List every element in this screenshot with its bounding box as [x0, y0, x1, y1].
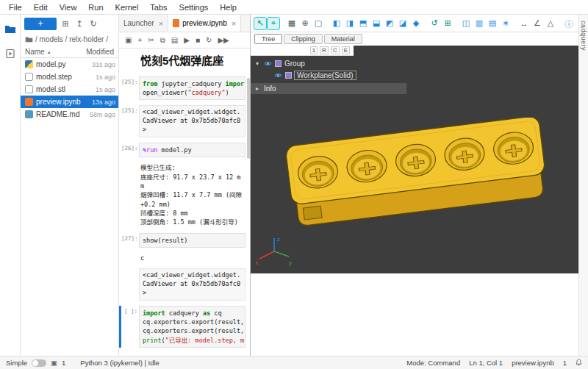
reset-view-icon[interactable]: ↺: [429, 18, 440, 29]
view-left-icon[interactable]: ◩: [384, 18, 395, 29]
grid-icon[interactable]: ▦: [286, 18, 298, 29]
close-tab-icon[interactable]: ×: [232, 19, 236, 28]
view-front-icon[interactable]: ◧: [331, 18, 343, 29]
axes0-icon[interactable]: ▢: [312, 18, 324, 29]
cadquery-sidebar-tab[interactable]: cadquery: [580, 21, 587, 51]
kernel-status[interactable]: Python 3 (ipykernel) | Idle: [80, 359, 159, 367]
code-input[interactable]: %run model.py: [139, 143, 245, 157]
menu-kernel[interactable]: Kernel: [110, 1, 145, 13]
view-right-icon[interactable]: ◪: [397, 18, 409, 29]
pick-select-icon[interactable]: ⌖: [268, 18, 279, 29]
save-icon[interactable]: ▣: [125, 36, 132, 44]
new-launcher-button[interactable]: +: [24, 18, 57, 30]
axes-icon[interactable]: ⊕: [299, 18, 311, 29]
measure-distance-icon[interactable]: ↔: [518, 18, 530, 29]
file-browser-icon[interactable]: [3, 22, 18, 35]
mesh-visibility-icon[interactable]: [275, 60, 282, 67]
notebook-cell[interactable]: [26]:%run model.py: [119, 143, 245, 157]
code-input[interactable]: show(result): [139, 233, 245, 248]
info-section[interactable]: ▸ Info: [251, 83, 406, 94]
menu-tabs[interactable]: Tabs: [144, 1, 173, 13]
notebook-cell[interactable]: [25]:from jupyter_cadquery importopen_vi…: [119, 76, 245, 101]
restart-kernel-icon[interactable]: ↻: [206, 36, 212, 44]
help-icon[interactable]: ⓘ: [563, 18, 575, 29]
file-row[interactable]: preview.ipynb13s ago: [21, 96, 118, 108]
mode-indicator[interactable]: Mode: Command: [406, 359, 460, 367]
cursor-position[interactable]: Ln 1, Col 1: [469, 359, 503, 367]
file-row[interactable]: README.md58m ago: [21, 108, 118, 121]
notebook-cell[interactable]: [ ]:import cadquery as cqcq.exporters.ex…: [119, 306, 245, 348]
cad-tab-clipping[interactable]: Clipping: [284, 34, 323, 44]
cad-tab-material[interactable]: Material: [324, 34, 362, 44]
cad-tab-tree[interactable]: Tree: [254, 34, 282, 44]
code-input[interactable]: import cadquery as cqcq.exporters.export…: [139, 306, 245, 348]
tree-button-c[interactable]: C: [331, 46, 340, 54]
explode-icon[interactable]: ∗: [500, 18, 512, 29]
refresh-icon[interactable]: ↻: [88, 19, 98, 29]
column-modified[interactable]: Modified: [86, 48, 114, 56]
run-all-icon[interactable]: ▶▶: [218, 36, 229, 44]
menu-help[interactable]: Help: [214, 1, 243, 13]
caret-icon[interactable]: ▾: [254, 60, 261, 67]
menu-file[interactable]: File: [3, 1, 28, 13]
tab-launcher[interactable]: Launcher×: [119, 15, 168, 32]
pan-select-icon[interactable]: ↖: [254, 18, 266, 29]
measure-angle-icon[interactable]: ∠: [531, 18, 543, 29]
running-sessions-icon[interactable]: [3, 47, 18, 60]
view-top-icon[interactable]: ⬒: [357, 18, 369, 29]
cad-canvas[interactable]: 1RCE ▾GroupWorkplane(Solid) ▸ Info: [251, 46, 578, 273]
measure-area-icon[interactable]: △: [545, 18, 556, 29]
view-bottom-icon[interactable]: ⬓: [370, 18, 382, 29]
visibility-eye-icon[interactable]: [264, 60, 272, 67]
menu-settings[interactable]: Settings: [173, 1, 215, 13]
view-back-icon[interactable]: ◨: [344, 18, 356, 29]
upload-icon[interactable]: ↥: [74, 19, 85, 29]
clip-z-icon[interactable]: ▤: [487, 18, 498, 29]
menu-run[interactable]: Run: [82, 1, 109, 13]
notebook-cell[interactable]: <cad_viewer_widget.widget.CadViewer at 0…: [119, 268, 245, 301]
notebook-cell[interactable]: c: [119, 253, 245, 263]
simple-mode-toggle[interactable]: [32, 359, 46, 367]
new-folder-icon[interactable]: ⊞: [60, 19, 71, 29]
column-name[interactable]: Name: [25, 48, 45, 56]
file-row[interactable]: model.step1s ago: [21, 71, 118, 83]
view-iso-icon[interactable]: ◆: [410, 18, 422, 29]
close-tab-icon[interactable]: ×: [159, 19, 163, 28]
file-row[interactable]: model.py31s ago: [21, 58, 118, 71]
cad-model-3d[interactable]: [286, 118, 547, 228]
breadcrumb[interactable]: / models / relx-holder /: [21, 33, 118, 46]
kernel-sessions-icon[interactable]: ▣: [51, 359, 57, 367]
menu-view[interactable]: View: [54, 1, 83, 13]
tree-button-1[interactable]: 1: [310, 46, 318, 54]
clip-x-icon[interactable]: ◫: [460, 18, 472, 29]
clip-y-icon[interactable]: ▥: [473, 18, 485, 29]
interrupt-kernel-icon[interactable]: ■: [196, 36, 200, 44]
paste-cell-icon[interactable]: ▤: [171, 36, 178, 44]
tree-node-workplane-solid-[interactable]: Workplane(Solid): [251, 69, 406, 81]
notebook-cell[interactable]: [27]:show(result): [119, 233, 245, 248]
visibility-eye-icon[interactable]: [274, 72, 282, 79]
notebook-scrollbar[interactable]: [247, 78, 250, 159]
caret-icon[interactable]: ▸: [254, 85, 261, 92]
run-cell-icon[interactable]: ▶: [184, 36, 190, 44]
mesh-visibility-icon[interactable]: [285, 72, 292, 79]
notebook-cell[interactable]: 悦刻5代烟弹底座: [119, 54, 245, 71]
tree-button-e[interactable]: E: [342, 46, 350, 54]
notebook-cell[interactable]: [25]:<cad_viewer_widget.widget.CadViewer…: [119, 105, 245, 137]
insert-cell-icon[interactable]: +: [137, 36, 142, 44]
active-file[interactable]: preview.ipynb: [512, 359, 554, 367]
notebook-content[interactable]: 悦刻5代烟弹底座[25]:from jupyter_cadquery impor…: [119, 49, 250, 356]
notebook-cell[interactable]: 模型已生成:底座尺寸: 91.7 x 23.7 x 12 mm烟弹凹槽: 11.…: [119, 162, 245, 227]
file-row[interactable]: model.stl1s ago: [21, 83, 118, 96]
tree-button-r[interactable]: R: [320, 46, 329, 54]
simple-mode-label[interactable]: Simple: [6, 359, 27, 367]
code-input[interactable]: from jupyter_cadquery importopen_viewer(…: [139, 76, 245, 101]
bell-icon[interactable]: [576, 359, 582, 368]
cut-cell-icon[interactable]: ✂: [148, 36, 154, 44]
orientation-gizmo[interactable]: x y z: [254, 234, 295, 269]
tab-preview-ipynb[interactable]: preview.ipynb×: [168, 15, 241, 32]
fit-view-icon[interactable]: ⊞: [442, 18, 453, 29]
file-list-header[interactable]: Name ▲ Modified: [21, 46, 118, 58]
tree-node-group[interactable]: ▾Group: [251, 57, 406, 69]
copy-cell-icon[interactable]: ⧉: [160, 36, 165, 45]
